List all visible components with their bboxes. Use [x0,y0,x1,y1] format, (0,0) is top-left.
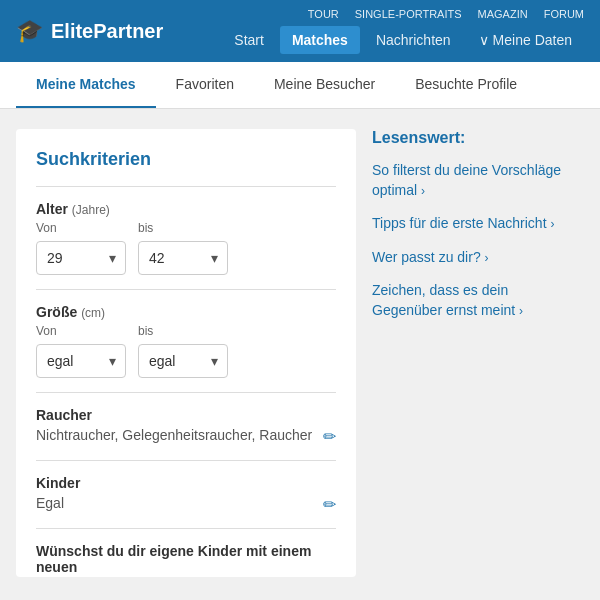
divider-groesse [36,392,336,393]
top-link-single-portraits[interactable]: SINGLE-PORTRAITS [355,8,462,20]
divider-alter [36,289,336,290]
subnav-meine-matches[interactable]: Meine Matches [16,62,156,108]
groesse-section: Größe (cm) Von egal 150155 bis [36,304,336,378]
chevron-icon-1: › [421,184,425,198]
alter-von-wrapper: 29 303132 [36,241,126,275]
kinder-label: Kinder [36,475,336,491]
groesse-unit: (cm) [81,306,105,320]
alter-range-row: Von 29 303132 bis 42 434445 [36,221,336,275]
nav-meine-daten[interactable]: ∨ Meine Daten [467,26,584,54]
nav-matches[interactable]: Matches [280,26,360,54]
right-panel: Lesenswert: So filterst du deine Vorschl… [356,129,584,577]
top-bar: 🎓 ElitePartner TOUR SINGLE-PORTRAITS MAG… [0,0,600,62]
divider-raucher [36,460,336,461]
left-panel: Suchkriterien Alter (Jahre) Von 29 30313… [16,129,356,577]
kinder-value: Egal [36,495,64,511]
groesse-bis-select[interactable]: egal 150155 [138,344,228,378]
lesenswert-links: So filterst du deine Vorschläge optimal … [372,161,568,321]
chevron-down-icon: ∨ [479,32,489,48]
alter-bis-select[interactable]: 42 434445 [138,241,228,275]
subnav-favoriten[interactable]: Favoriten [156,62,254,108]
chevron-icon-3: › [485,251,489,265]
kinder-edit-icon[interactable]: ✏ [323,495,336,514]
logo-icon: 🎓 [16,18,43,44]
chevron-icon-2: › [550,217,554,231]
top-link-tour[interactable]: TOUR [308,8,339,20]
top-nav-right: TOUR SINGLE-PORTRAITS MAGAZIN FORUM Star… [222,8,584,54]
alter-section: Alter (Jahre) Von 29 303132 bis [36,201,336,275]
logo-text: ElitePartner [51,20,163,43]
panel-title: Suchkriterien [36,149,336,170]
kinder-field: Egal ✏ [36,495,336,514]
alter-von-col: Von 29 303132 [36,221,126,275]
alter-von-select[interactable]: 29 303132 [36,241,126,275]
groesse-von-wrapper: egal 150155 [36,344,126,378]
groesse-range-row: Von egal 150155 bis egal 150155 [36,324,336,378]
raucher-value: Nichtraucher, Gelegenheitsraucher, Rauch… [36,427,312,443]
divider-top [36,186,336,187]
chevron-icon-4: › [519,304,523,318]
lesenswert-link-4[interactable]: Zeichen, dass es dein Gegenüber ernst me… [372,281,568,320]
top-link-magazin[interactable]: MAGAZIN [478,8,528,20]
groesse-label: Größe (cm) [36,304,336,320]
top-links: TOUR SINGLE-PORTRAITS MAGAZIN FORUM [308,8,584,20]
lesenswert-link-3[interactable]: Wer passt zu dir? › [372,248,568,268]
groesse-bis-col: bis egal 150155 [138,324,228,378]
groesse-bis-label: bis [138,324,228,338]
sub-nav: Meine Matches Favoriten Meine Besucher B… [0,62,600,109]
nav-start[interactable]: Start [222,26,276,54]
wuensch-section: Wünschst du dir eigene Kinder mit einem … [36,543,336,575]
groesse-von-label: Von [36,324,126,338]
nav-nachrichten[interactable]: Nachrichten [364,26,463,54]
content-area: Suchkriterien Alter (Jahre) Von 29 30313… [0,109,600,597]
main-nav: Start Matches Nachrichten ∨ Meine Daten [222,26,584,54]
divider-kinder [36,528,336,529]
alter-bis-wrapper: 42 434445 [138,241,228,275]
groesse-von-col: Von egal 150155 [36,324,126,378]
alter-label: Alter (Jahre) [36,201,336,217]
raucher-label: Raucher [36,407,336,423]
top-link-forum[interactable]: FORUM [544,8,584,20]
raucher-field: Nichtraucher, Gelegenheitsraucher, Rauch… [36,427,336,446]
groesse-von-select[interactable]: egal 150155 [36,344,126,378]
raucher-edit-icon[interactable]: ✏ [323,427,336,446]
subnav-besuchte-profile[interactable]: Besuchte Profile [395,62,537,108]
groesse-bis-wrapper: egal 150155 [138,344,228,378]
raucher-section: Raucher Nichtraucher, Gelegenheitsrauche… [36,407,336,446]
lesenswert-title: Lesenswert: [372,129,568,147]
alter-bis-label: bis [138,221,228,235]
lesenswert-link-2[interactable]: Tipps für die erste Nachricht › [372,214,568,234]
kinder-section: Kinder Egal ✏ [36,475,336,514]
lesenswert-link-1[interactable]: So filterst du deine Vorschläge optimal … [372,161,568,200]
subnav-meine-besucher[interactable]: Meine Besucher [254,62,395,108]
alter-bis-col: bis 42 434445 [138,221,228,275]
logo-area: 🎓 ElitePartner [16,18,163,44]
alter-von-label: Von [36,221,126,235]
alter-unit: (Jahre) [72,203,110,217]
wuensch-label: Wünschst du dir eigene Kinder mit einem … [36,543,336,575]
